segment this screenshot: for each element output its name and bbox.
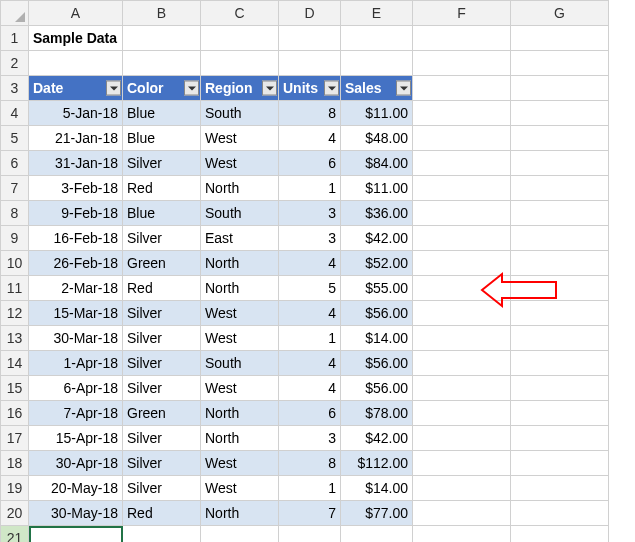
- row-header-8[interactable]: 8: [1, 201, 29, 226]
- cell[interactable]: [413, 201, 511, 226]
- cell[interactable]: [511, 501, 609, 526]
- cell-units[interactable]: 3: [279, 426, 341, 451]
- row-header-7[interactable]: 7: [1, 176, 29, 201]
- cell-date[interactable]: 30-Mar-18: [29, 326, 123, 351]
- row-header-18[interactable]: 18: [1, 451, 29, 476]
- cell[interactable]: [341, 26, 413, 51]
- cell-units[interactable]: 6: [279, 401, 341, 426]
- cell[interactable]: [123, 51, 201, 76]
- cell-sales[interactable]: $14.00: [341, 326, 413, 351]
- col-header-G[interactable]: G: [511, 1, 609, 26]
- cell[interactable]: [413, 176, 511, 201]
- cell-date[interactable]: 16-Feb-18: [29, 226, 123, 251]
- cell-region[interactable]: West: [201, 151, 279, 176]
- cell[interactable]: [511, 126, 609, 151]
- cell-region[interactable]: East: [201, 226, 279, 251]
- cell-units[interactable]: 4: [279, 126, 341, 151]
- cell[interactable]: [413, 251, 511, 276]
- cell-sales[interactable]: $56.00: [341, 301, 413, 326]
- cell-sales[interactable]: $42.00: [341, 226, 413, 251]
- cell[interactable]: [413, 326, 511, 351]
- cell-date[interactable]: 2-Mar-18: [29, 276, 123, 301]
- cell-region[interactable]: South: [201, 351, 279, 376]
- cell-date[interactable]: 30-Apr-18: [29, 451, 123, 476]
- cell[interactable]: [413, 376, 511, 401]
- cell-sales[interactable]: $36.00: [341, 201, 413, 226]
- col-header-C[interactable]: C: [201, 1, 279, 26]
- cell-region[interactable]: West: [201, 376, 279, 401]
- table-header-sales[interactable]: Sales: [341, 76, 413, 101]
- cell[interactable]: [511, 151, 609, 176]
- cell-units[interactable]: 3: [279, 226, 341, 251]
- cell-units[interactable]: 7: [279, 501, 341, 526]
- cell-color[interactable]: Silver: [123, 301, 201, 326]
- cell[interactable]: [511, 401, 609, 426]
- cell[interactable]: [413, 151, 511, 176]
- select-all-corner[interactable]: [1, 1, 29, 26]
- cell[interactable]: [341, 526, 413, 543]
- cell[interactable]: [201, 51, 279, 76]
- cell-sales[interactable]: $112.00: [341, 451, 413, 476]
- cell[interactable]: [341, 51, 413, 76]
- col-header-F[interactable]: F: [413, 1, 511, 26]
- cell[interactable]: [511, 51, 609, 76]
- cell-color[interactable]: Red: [123, 276, 201, 301]
- cell[interactable]: [201, 526, 279, 543]
- row-header-6[interactable]: 6: [1, 151, 29, 176]
- row-header-20[interactable]: 20: [1, 501, 29, 526]
- cell-sales[interactable]: $78.00: [341, 401, 413, 426]
- cell[interactable]: [511, 76, 609, 101]
- cell-sales[interactable]: $77.00: [341, 501, 413, 526]
- cell[interactable]: [413, 76, 511, 101]
- col-header-B[interactable]: B: [123, 1, 201, 26]
- cell-units[interactable]: 4: [279, 351, 341, 376]
- cell-color[interactable]: Silver: [123, 226, 201, 251]
- cell-units[interactable]: 1: [279, 326, 341, 351]
- cell-sales[interactable]: $52.00: [341, 251, 413, 276]
- cell[interactable]: [413, 501, 511, 526]
- cell[interactable]: [511, 276, 609, 301]
- cell[interactable]: [413, 476, 511, 501]
- cell-sales[interactable]: $11.00: [341, 176, 413, 201]
- cell-sales[interactable]: $84.00: [341, 151, 413, 176]
- cell[interactable]: [511, 26, 609, 51]
- cell[interactable]: [511, 226, 609, 251]
- cell-color[interactable]: Green: [123, 401, 201, 426]
- cell-units[interactable]: 4: [279, 301, 341, 326]
- table-header-date[interactable]: Date: [29, 76, 123, 101]
- cell[interactable]: [413, 51, 511, 76]
- cell-color[interactable]: Green: [123, 251, 201, 276]
- cell[interactable]: [511, 476, 609, 501]
- cell-date[interactable]: 9-Feb-18: [29, 201, 123, 226]
- cell-sales[interactable]: $42.00: [341, 426, 413, 451]
- col-header-D[interactable]: D: [279, 1, 341, 26]
- cell-units[interactable]: 8: [279, 451, 341, 476]
- row-header-2[interactable]: 2: [1, 51, 29, 76]
- cell[interactable]: [201, 26, 279, 51]
- cell-region[interactable]: North: [201, 176, 279, 201]
- cell[interactable]: [413, 26, 511, 51]
- cell[interactable]: [413, 401, 511, 426]
- row-header-16[interactable]: 16: [1, 401, 29, 426]
- cell[interactable]: [511, 451, 609, 476]
- cell[interactable]: [511, 301, 609, 326]
- cell-date[interactable]: 3-Feb-18: [29, 176, 123, 201]
- row-header-4[interactable]: 4: [1, 101, 29, 126]
- cell-color[interactable]: Blue: [123, 101, 201, 126]
- cell-color[interactable]: Blue: [123, 201, 201, 226]
- cell-region[interactable]: North: [201, 251, 279, 276]
- cell-units[interactable]: 1: [279, 476, 341, 501]
- cell[interactable]: [413, 226, 511, 251]
- cell[interactable]: [413, 451, 511, 476]
- cell[interactable]: [511, 101, 609, 126]
- cell-color[interactable]: Red: [123, 501, 201, 526]
- cell-sales[interactable]: $56.00: [341, 376, 413, 401]
- cell[interactable]: [279, 26, 341, 51]
- cell-region[interactable]: North: [201, 401, 279, 426]
- filter-button-sales[interactable]: [396, 81, 411, 96]
- row-header-14[interactable]: 14: [1, 351, 29, 376]
- row-header-5[interactable]: 5: [1, 126, 29, 151]
- row-header-11[interactable]: 11: [1, 276, 29, 301]
- cell-units[interactable]: 1: [279, 176, 341, 201]
- cell[interactable]: [123, 26, 201, 51]
